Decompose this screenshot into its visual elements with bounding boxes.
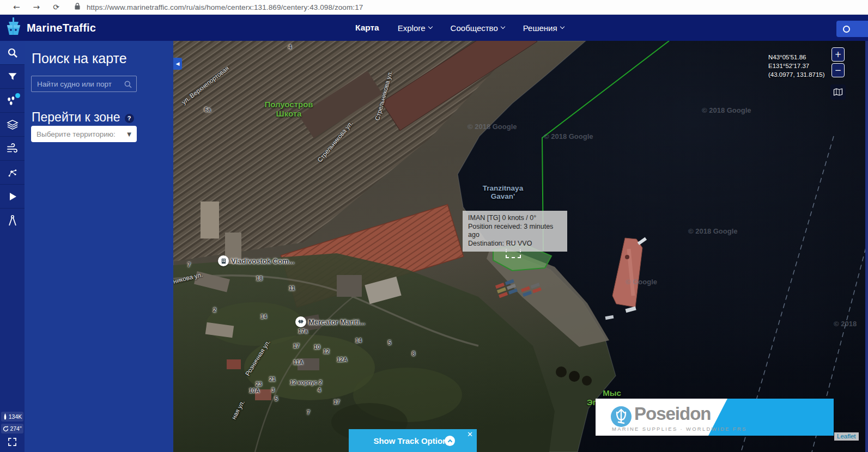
rail-search-tool[interactable] (0, 41, 25, 65)
collapse-panel-button[interactable]: ◀ (173, 58, 182, 70)
panel-title: Поиск на карте (32, 51, 127, 66)
rail-measure-tool[interactable] (0, 209, 25, 233)
nav-solutions[interactable]: Решения (523, 23, 564, 33)
poi-mercator[interactable]: Mercator Mariti... (295, 316, 365, 327)
wind-icon (7, 143, 19, 154)
chevron-up-icon[interactable] (445, 436, 455, 446)
browser-toolbar: ← → ⟳ https://www.marinetraffic.com/ru/a… (0, 0, 868, 15)
territory-select[interactable]: Выберите территорию: ▼ (31, 126, 137, 142)
rail-fleets-tool[interactable] (0, 89, 25, 113)
vessel-search-input[interactable] (32, 76, 136, 91)
browser-back-icon[interactable]: ← (13, 3, 20, 11)
tooltip-title: IMAN [TG] 0 knots / 0° (468, 214, 562, 223)
map-canvas[interactable]: © 2018 Google© 2018 Google© 2018 Google©… (173, 41, 868, 452)
chevron-down-icon (428, 25, 432, 29)
vessel-search-box (31, 76, 137, 92)
rail-filters-tool[interactable] (0, 65, 25, 89)
rail-bottom: 134K 274" (0, 411, 25, 452)
show-track-options-button[interactable]: Show Track Options (349, 436, 477, 445)
chevron-down-icon (560, 25, 564, 29)
rail-playback-tool[interactable] (0, 185, 25, 209)
search-icon (843, 26, 850, 33)
refresh-range-badge[interactable]: 274" (1, 424, 23, 433)
cursor-coordinates: N43°05'51.86 E131°52'17.37 (43.0977, 131… (768, 53, 825, 79)
refresh-icon (3, 426, 9, 432)
address-bar[interactable]: https://www.marinetraffic.com/ru/ais/hom… (87, 3, 363, 11)
search-icon[interactable] (124, 80, 132, 91)
compass-divider-icon (7, 215, 18, 227)
map-search-panel: Поиск на карте Перейти к зоне ? Выберите… (25, 41, 173, 452)
vessel-icon (3, 413, 8, 420)
network-icon (7, 167, 18, 178)
tooltip-destination: Destination: RU VVO (468, 240, 562, 248)
brand-name: MarineTraffic (27, 22, 96, 34)
main-nav: Карта Explore Сообщество Решения (355, 15, 564, 41)
layers-icon (7, 119, 19, 130)
page-edge-strip (865, 41, 868, 452)
rail-routes-tool[interactable] (0, 161, 25, 185)
tool-rail: 134K 274" (0, 41, 25, 452)
zoom-in-button[interactable]: + (831, 47, 845, 62)
search-icon (7, 47, 18, 58)
vessel-tooltip: IMAN [TG] 0 knots / 0° Position received… (463, 211, 567, 252)
track-options-bar: Show Track Options ✕ (349, 429, 477, 452)
ad-tagline: MARINE SUPPLIES · WORLDWIDE FRS (612, 426, 747, 432)
chevron-down-icon: ▼ (127, 131, 131, 137)
trident-logo-icon (610, 405, 633, 428)
leaflet-attribution[interactable]: Leaflet (834, 432, 859, 441)
expand-map-button[interactable] (0, 438, 25, 452)
folded-map-icon (833, 88, 843, 96)
browser-reload-icon[interactable]: ⟳ (53, 3, 59, 11)
nav-map[interactable]: Карта (355, 23, 379, 33)
ad-brand-name: Poseidon (634, 404, 711, 424)
play-icon (8, 192, 17, 201)
header-search-button[interactable] (836, 21, 868, 37)
chevron-down-icon (501, 25, 505, 29)
rail-layers-tool[interactable] (0, 113, 25, 137)
browser-forward-icon[interactable]: → (33, 3, 40, 11)
close-icon[interactable]: ✕ (467, 430, 473, 438)
rail-weather-tool[interactable] (0, 137, 25, 161)
nav-community[interactable]: Сообщество (451, 23, 505, 33)
poseidon-ad-banner[interactable]: Poseidon MARINE SUPPLIES · WORLDWIDE FRS (596, 399, 834, 436)
ssl-lock-icon (75, 2, 80, 12)
help-icon[interactable]: ? (125, 114, 134, 123)
expand-icon (8, 438, 16, 446)
notification-dot (15, 93, 20, 98)
filter-icon (7, 71, 18, 82)
zoom-controls: + − (831, 47, 845, 77)
ship-logo-icon (4, 16, 23, 39)
handshake-icon (295, 316, 306, 327)
marinetraffic-logo[interactable]: MarineTraffic (4, 16, 96, 39)
zone-title: Перейти к зоне ? (32, 110, 134, 125)
vessel-count-badge[interactable]: 134K (1, 412, 23, 422)
building-icon (218, 255, 229, 266)
poi-vladivostok[interactable]: Vladivostok Com... (218, 255, 294, 266)
nav-explore[interactable]: Explore (398, 23, 432, 33)
map-layers-button[interactable] (830, 84, 846, 100)
tooltip-position: Position received: 3 minutes ago (468, 223, 562, 240)
app-header: MarineTraffic Карта Explore Сообщество Р… (0, 15, 868, 41)
zoom-out-button[interactable]: − (831, 63, 845, 77)
